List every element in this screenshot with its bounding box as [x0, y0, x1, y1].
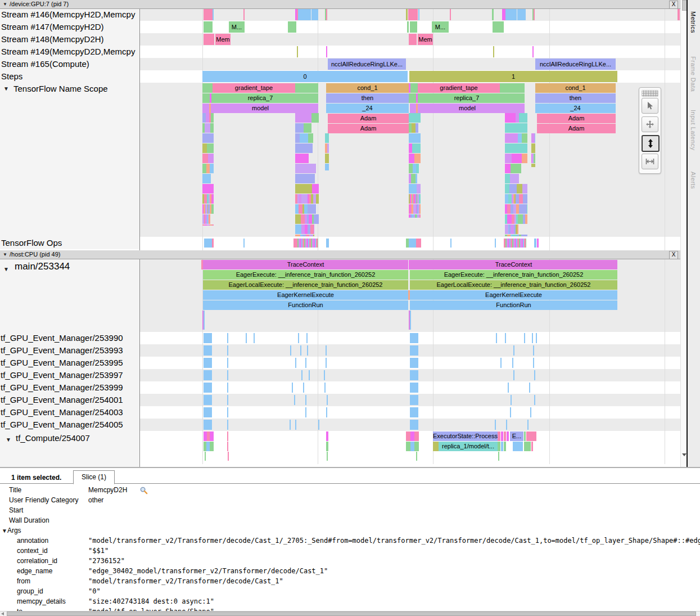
compute-bar[interactable]	[526, 431, 536, 441]
tab-alerts[interactable]: Alerts	[690, 172, 697, 189]
flame-segment[interactable]	[325, 133, 329, 143]
compute-bar[interactable]: replica_1/model/t...	[439, 442, 498, 451]
flame-segment[interactable]	[409, 194, 421, 204]
cpu-bar[interactable]: EagerKernelExecute	[410, 290, 617, 300]
tfops-block[interactable]	[204, 239, 212, 248]
flame-segment[interactable]	[202, 143, 214, 153]
cpu-bar[interactable]: EagerLocalExecute: __inference_train_fun…	[410, 280, 617, 290]
flame-segment[interactable]	[325, 143, 329, 153]
event-tick[interactable]	[295, 420, 296, 430]
compute-bar[interactable]	[406, 442, 410, 451]
flame-segment[interactable]	[409, 204, 421, 214]
namescope-bar[interactable]: replica_7	[409, 93, 525, 103]
event-tick[interactable]	[513, 370, 514, 380]
tfops-block[interactable]	[416, 239, 421, 248]
event-tick[interactable]	[500, 358, 502, 368]
event-tick[interactable]	[227, 407, 228, 417]
trace-event-block[interactable]	[204, 21, 213, 33]
close-gpu-button[interactable]: X	[669, 1, 678, 9]
namescope-bar[interactable]: Adam	[328, 124, 409, 133]
cpu-bar[interactable]: TraceContext	[410, 260, 617, 269]
event-tick[interactable]	[326, 407, 327, 417]
flame-segment[interactable]	[295, 235, 314, 236]
trace-event-block[interactable]	[418, 9, 419, 20]
event-tick[interactable]	[227, 395, 228, 405]
compute-bar[interactable]	[524, 431, 526, 441]
event-block[interactable]	[204, 358, 212, 368]
compute-bar[interactable]	[501, 442, 503, 451]
flame-segment[interactable]	[295, 164, 316, 173]
event-block[interactable]	[204, 383, 212, 393]
tfops-block[interactable]	[326, 239, 329, 248]
event-tick[interactable]	[529, 383, 530, 393]
flame-segment[interactable]	[295, 204, 316, 214]
namescope-bar[interactable]: _24	[535, 104, 616, 113]
event-tick[interactable]	[301, 370, 302, 380]
close-cpu-button[interactable]: X	[669, 251, 678, 259]
namescope-bar[interactable]	[416, 104, 418, 113]
flame-segment[interactable]	[505, 164, 521, 173]
event-block[interactable]	[410, 407, 418, 417]
flame-segment[interactable]	[295, 133, 313, 143]
tfops-block[interactable]	[450, 239, 451, 248]
namescope-bar[interactable]: then	[326, 93, 409, 103]
compute-tick[interactable]	[205, 452, 206, 461]
event-tick[interactable]	[505, 333, 506, 343]
namescope-bar[interactable]: model	[410, 104, 525, 113]
collapse-icon[interactable]: ▼	[3, 263, 9, 273]
trace-event-block[interactable]	[450, 9, 451, 20]
flame-segment[interactable]	[202, 133, 214, 143]
flame-segment[interactable]	[505, 214, 527, 224]
event-tick[interactable]	[305, 395, 306, 405]
flame-segment[interactable]	[295, 143, 313, 153]
magnifier-icon[interactable]	[139, 486, 148, 494]
event-block[interactable]	[204, 345, 212, 356]
trace-event-block[interactable]: Mem	[215, 34, 231, 45]
flame-segment[interactable]	[409, 133, 421, 143]
zoom-tool[interactable]	[642, 135, 660, 152]
trace-event-block[interactable]: 0	[202, 71, 408, 82]
cpu-bar[interactable]: EagerLocalExecute: __inference_train_fun…	[203, 280, 408, 290]
compute-bar[interactable]	[326, 442, 328, 451]
namescope-bar[interactable]: _24	[326, 104, 409, 113]
collapse-icon[interactable]: ▼	[3, 83, 9, 95]
slice-tab[interactable]: Slice (1)	[73, 470, 115, 484]
vertical-scrollbar[interactable]	[680, 0, 687, 467]
event-tick[interactable]	[327, 395, 328, 405]
trace-event-block[interactable]	[297, 46, 298, 57]
flame-segment[interactable]	[505, 154, 527, 163]
trace-event-block[interactable]	[204, 34, 214, 45]
event-tick[interactable]	[510, 407, 511, 417]
event-block[interactable]	[204, 333, 212, 343]
event-tick[interactable]	[305, 407, 306, 417]
compute-bar[interactable]	[498, 431, 500, 441]
flame-segment[interactable]	[202, 214, 210, 224]
flame-segment[interactable]	[505, 235, 527, 236]
cpu-bar[interactable]: TraceContext	[203, 260, 408, 269]
trace-event-block[interactable]	[410, 21, 417, 33]
flame-segment[interactable]	[202, 174, 211, 183]
event-tick[interactable]	[508, 383, 509, 393]
namescope-bar[interactable]	[295, 83, 318, 93]
flame-segment[interactable]	[202, 164, 214, 173]
event-tick[interactable]	[527, 420, 529, 430]
event-block[interactable]	[410, 420, 418, 430]
trace-event-block[interactable]: ncclAllReduceRingLLKe...	[328, 59, 406, 70]
tfops-block[interactable]	[537, 239, 539, 248]
flame-segment[interactable]	[531, 143, 535, 153]
trace-event-block[interactable]	[678, 9, 680, 20]
tf-compute-label[interactable]: ▼ tf_Compute/254007	[0, 432, 138, 444]
trace-event-block[interactable]	[243, 9, 245, 20]
event-tick[interactable]	[227, 420, 228, 430]
event-block[interactable]	[410, 383, 418, 393]
compute-bar[interactable]	[326, 431, 328, 441]
trace-event-block[interactable]: Mem	[418, 34, 433, 45]
compute-bar[interactable]	[410, 442, 414, 451]
event-tick[interactable]	[254, 333, 255, 343]
compute-bar[interactable]	[227, 431, 228, 441]
drag-handle-icon[interactable]	[642, 90, 658, 97]
collapse-icon[interactable]: ▼	[3, 0, 7, 8]
event-block[interactable]	[410, 370, 418, 380]
event-tick[interactable]	[533, 345, 534, 356]
event-tick[interactable]	[326, 358, 327, 368]
